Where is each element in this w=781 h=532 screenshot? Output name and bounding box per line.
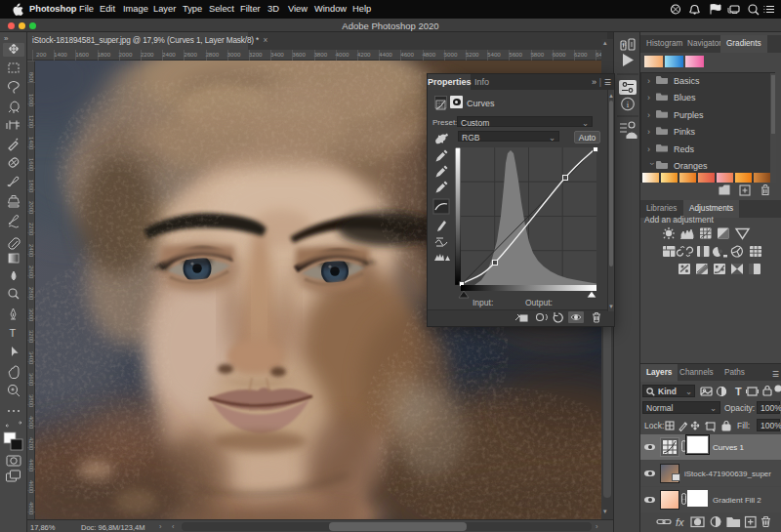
svg-text:fx: fx xyxy=(676,516,684,528)
svg-text:T: T xyxy=(735,386,742,397)
svg-text:T: T xyxy=(10,327,17,339)
svg-text:»: » xyxy=(4,34,9,43)
svg-text:i: i xyxy=(627,100,630,109)
